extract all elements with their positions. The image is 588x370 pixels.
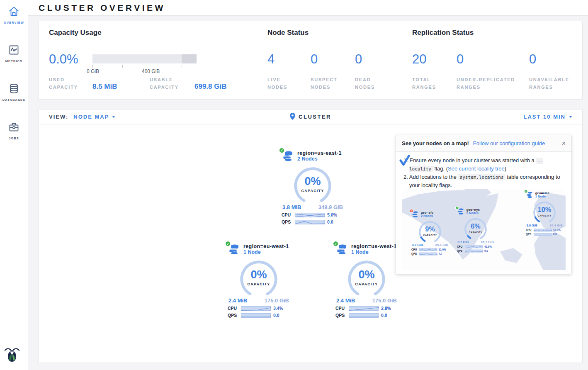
node-region-label: region=us-east-1 (297, 150, 342, 156)
metrics-icon (8, 44, 19, 57)
view-selector-dropdown[interactable]: NODE MAP (73, 114, 115, 120)
qps-label: QPS (526, 233, 532, 236)
configuration-guide-link[interactable]: Follow our configuration guide (473, 140, 545, 146)
capacity-tick-label: 400 GiB (142, 68, 160, 74)
replication-status-title: Replication Status (412, 29, 474, 37)
node-card-us-east-1[interactable]: ✓ region=us-east-1 2 Nodes 0% CAPACITY 3… (282, 150, 344, 224)
cpu-value: 2.8% (381, 306, 391, 311)
view-label: VIEW: (49, 114, 68, 120)
sidebar-item-databases[interactable]: DATABASES (0, 77, 28, 106)
cpu-label: CPU (228, 306, 238, 311)
capacity-gauge: 6% CAPACITY (464, 217, 488, 239)
node-group-icon (228, 250, 240, 257)
node-group-icon (457, 212, 464, 216)
node-count-link[interactable]: 1 Node (351, 249, 397, 255)
locality-tree-link[interactable]: See current locality tree (448, 166, 505, 172)
cockroachdb-logo (4, 347, 20, 366)
used-capacity-label: USED CAPACITY (49, 76, 86, 91)
cpu-sparkline (534, 229, 552, 231)
cpu-label: CPU (411, 248, 418, 251)
capacity-caption: CAPACITY (464, 231, 488, 234)
databases-icon (8, 83, 19, 96)
node-count-link: 2 Nodes (467, 211, 480, 214)
page-title: CLUSTER OVERVIEW (39, 3, 165, 13)
live-nodes-value: 4 (267, 52, 275, 67)
mini-node-card-geo-ams: ✓ geo=ams 1 Node 10% CAPACITY (526, 191, 563, 236)
cpu-value: 12.3% (553, 229, 561, 231)
capacity-gauge: 0% CAPACITY (347, 259, 386, 296)
node-region-label: geo=nyc (467, 208, 480, 211)
code-chip: system.locations (458, 174, 505, 180)
healthy-badge-icon: ✓ (455, 206, 459, 210)
capacity-caption: CAPACITY (418, 234, 442, 236)
node-card-eu-west-1[interactable]: ✓ region=eu-west-1 1 Node 0% CAPACITY 2.… (228, 243, 290, 318)
node-count-link: 1 Node (535, 195, 549, 198)
qps-value: 0.0 (484, 249, 488, 252)
total-ranges-value: 20 (412, 52, 426, 67)
view-selector-value: NODE MAP (73, 114, 109, 120)
close-icon[interactable]: × (562, 140, 566, 147)
total-ranges-label: TOTAL RANGES (412, 76, 445, 91)
capacity-bar (92, 54, 197, 63)
qps-label: QPS (411, 252, 418, 255)
capacity-caption: CAPACITY (239, 282, 279, 286)
suspect-nodes-value: 0 (311, 52, 318, 67)
node-count-link[interactable]: 2 Nodes (297, 156, 342, 162)
chevron-down-icon (569, 116, 572, 118)
node-region-label: geo=sfo (421, 211, 434, 214)
healthy-badge-icon: ✓ (279, 147, 285, 153)
node-region-label: region=us-west-1 (351, 243, 397, 249)
qps-value: 0.0 (273, 313, 279, 318)
dead-nodes-label: DEAD NODES (355, 76, 388, 91)
capacity-percent: 0% (293, 175, 333, 188)
under-replicated-ranges-value: 0 (457, 52, 464, 67)
healthy-badge-icon: ✓ (333, 241, 339, 247)
time-range-dropdown[interactable]: LAST 10 MIN (524, 114, 572, 120)
cpu-value: 5.0% (327, 212, 337, 217)
sidebar-item-label: DATABASES (2, 98, 25, 102)
time-range-value: LAST 10 MIN (524, 114, 566, 120)
setup-step-1: 1. Ensure every node in your cluster was… (403, 156, 565, 173)
capacity-percent: 9% (418, 226, 442, 234)
qps-sparkline (349, 313, 379, 318)
cpu-label: CPU (526, 229, 532, 231)
sidebar-item-label: METRICS (5, 59, 22, 63)
qps-label: QPS (282, 219, 292, 224)
jobs-icon (8, 122, 19, 134)
qps-label: QPS (228, 313, 238, 318)
unavailable-ranges-label: UNAVAILABLE RANGES (529, 76, 575, 91)
cpu-value: 11.0% (439, 248, 446, 251)
healthy-badge-icon: ✓ (524, 190, 528, 193)
node-group-icon (335, 250, 348, 257)
qps-label: QPS (335, 313, 346, 318)
cpu-label: CPU (335, 306, 346, 311)
mini-node-card-geo-sfo: ! geo=sfo 2 Nodes 9% CAPACITY (411, 211, 449, 255)
capacity-tick-label: 0 GiB (87, 68, 99, 74)
capacity-caption: CAPACITY (347, 282, 386, 286)
qps-sparkline (419, 253, 437, 256)
breadcrumb: CLUSTER (299, 114, 331, 120)
example-node-map-image: ! geo=sfo 2 Nodes 9% CAPACITY (402, 189, 566, 270)
sidebar-item-overview[interactable]: OVERVIEW (0, 0, 28, 29)
node-status-title: Node Status (267, 29, 309, 37)
node-card-us-west-1[interactable]: ✓ region=us-west-1 1 Node 0% CAPACITY 2.… (335, 243, 398, 318)
capacity-percent: 0% (239, 268, 279, 281)
under-replicated-ranges-label: UNDER-REPLICATED RANGES (457, 76, 521, 91)
qps-value: 4.7 (439, 252, 442, 255)
warning-badge-icon: ! (410, 209, 413, 213)
mini-node-card-geo-nyc: ✓ geo=nyc 2 Nodes 6% CAPACITY (457, 208, 494, 252)
capacity-usage-title: Capacity Usage (49, 29, 102, 37)
tooltip-title: See your nodes on a map! (402, 140, 469, 146)
setup-step-2: 2. Add locations to the system.locations… (403, 173, 565, 190)
unavailable-ranges-value: 0 (529, 52, 536, 67)
blue-checkmark-icon (399, 155, 410, 168)
usable-capacity-label: USABLE CAPACITY (150, 76, 187, 91)
qps-sparkline (295, 220, 325, 224)
capacity-bar-tick (122, 65, 123, 68)
node-count-link[interactable]: 1 Node (243, 249, 289, 255)
sidebar-item-metrics[interactable]: METRICS (0, 39, 28, 67)
node-count-link: 2 Nodes (421, 214, 434, 217)
capacity-percent: 0% (347, 268, 386, 281)
home-icon (8, 6, 19, 19)
sidebar-item-jobs[interactable]: JOBS (0, 116, 28, 144)
